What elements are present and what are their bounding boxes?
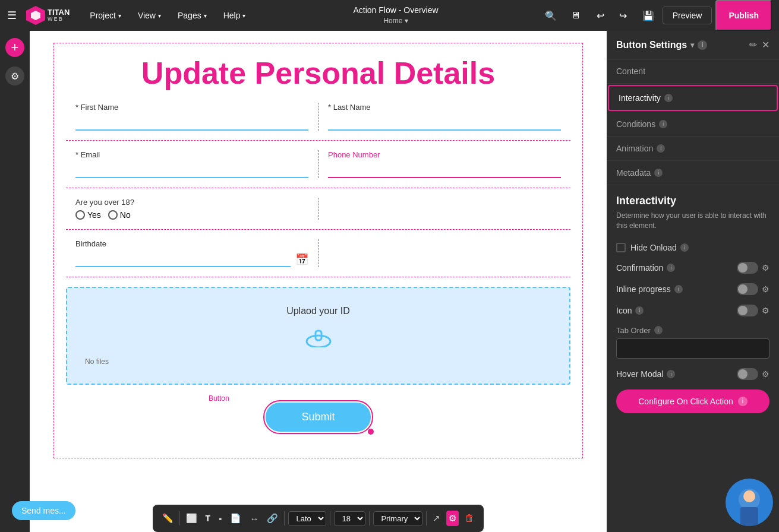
font-family-select[interactable]: Lato — [288, 511, 326, 526]
interactivity-title: Interactivity — [616, 195, 769, 207]
birthdate-input[interactable] — [75, 252, 291, 267]
redo-button[interactable]: ↪ — [613, 5, 634, 26]
link-tool-icon[interactable]: 🔗 — [264, 511, 280, 526]
logo-text: TITAN WEB — [48, 8, 70, 23]
birthdate-field: Birthdate 📅 — [66, 239, 318, 267]
device-preview-icon[interactable]: 🖥 — [565, 5, 586, 26]
delete-icon[interactable]: 🗑 — [462, 511, 477, 526]
container-tool-icon[interactable]: ⬜ — [184, 511, 200, 526]
button-handle — [368, 429, 374, 435]
icon-gear-icon[interactable]: ⚙ — [762, 306, 769, 315]
panel-title-chevron: ▾ — [690, 41, 694, 49]
form-container: Update Personal Details * First Name * L… — [53, 43, 583, 458]
panel-edit-icon[interactable]: ✏ — [749, 39, 757, 50]
age-field: Are you over 18? Yes No — [66, 198, 318, 220]
toolbar-separator-5 — [426, 511, 427, 525]
confirmation-toggle[interactable] — [737, 262, 758, 274]
age-radio-group: Yes No — [75, 210, 308, 220]
hover-modal-toggle[interactable] — [737, 368, 758, 380]
confirmation-row: Confirmation i ⚙ — [616, 262, 769, 274]
email-input[interactable] — [75, 163, 308, 178]
font-size-select[interactable]: 18 — [334, 511, 365, 526]
confirmation-label: Confirmation i — [616, 263, 675, 273]
project-menu[interactable]: Project▾ — [84, 7, 127, 24]
sidebar-settings-button[interactable]: ⚙ — [5, 66, 24, 86]
svg-point-1 — [307, 335, 330, 347]
date-field-wrapper: 📅 — [75, 252, 308, 267]
arrow-tool-icon[interactable]: ↔ — [247, 511, 261, 526]
logo: TITAN WEB — [26, 6, 70, 25]
right-panel: Button Settings ▾ i ✏ ✕ Content Interact… — [607, 31, 779, 532]
tab-order-input[interactable] — [616, 338, 769, 359]
external-link-icon[interactable]: ↗ — [430, 511, 443, 526]
first-name-input[interactable] — [75, 115, 308, 131]
document-tool-icon[interactable]: 📄 — [228, 511, 244, 526]
no-files-label: No files — [85, 357, 551, 366]
panel-title: Button Settings ▾ i — [616, 40, 707, 50]
hover-modal-info: i — [667, 370, 675, 378]
undo-redo-group: ↩ ↪ — [590, 5, 634, 26]
hide-onload-row: Hide Onload i — [616, 243, 769, 252]
tab-metadata[interactable]: Metadata i — [607, 161, 779, 185]
upload-title: Uplaod your ID — [85, 306, 551, 316]
button-label-text: Button — [209, 394, 570, 403]
last-name-input[interactable] — [328, 115, 561, 131]
help-avatar[interactable] — [726, 479, 773, 526]
text-tool-icon[interactable]: T — [203, 511, 213, 525]
first-name-field: * First Name — [66, 103, 318, 131]
view-menu[interactable]: View▾ — [132, 7, 167, 24]
help-menu[interactable]: Help▾ — [217, 7, 252, 24]
toolbar-separator-3 — [330, 511, 330, 525]
inline-progress-label: Inline progress i — [616, 284, 683, 294]
hide-onload-info: i — [680, 243, 689, 252]
inline-progress-toggle[interactable] — [737, 283, 758, 295]
undo-button[interactable]: ↩ — [590, 5, 611, 26]
search-icon[interactable]: 🔍 — [540, 5, 562, 26]
svg-point-6 — [745, 490, 754, 500]
yes-radio-label[interactable]: Yes — [75, 210, 101, 220]
phone-input[interactable] — [328, 163, 561, 178]
preview-button[interactable]: Preview — [663, 7, 712, 24]
tab-interactivity[interactable]: Interactivity i — [608, 85, 778, 111]
icon-toggle[interactable] — [737, 305, 758, 316]
form-title: Update Personal Details — [66, 55, 570, 91]
tab-animation[interactable]: Animation i — [607, 137, 779, 161]
confirmation-gear-icon[interactable]: ⚙ — [762, 263, 769, 273]
calendar-icon[interactable]: 📅 — [295, 253, 308, 266]
configure-onclick-button[interactable]: Configure On Click Action i — [616, 390, 769, 413]
bottom-toolbar: ✏️ ⬜ T ▪ 📄 ↔ 🔗 Lato 18 Primary ↗ ⚙ 🗑 — [153, 505, 484, 532]
tab-conditions[interactable]: Conditions i — [607, 112, 779, 137]
upload-area[interactable]: Uplaod your ID No files — [66, 287, 570, 385]
topnav-actions: 🔍 🖥 ↩ ↪ 💾 Preview Publish — [540, 0, 772, 31]
publish-button[interactable]: Publish — [715, 0, 772, 31]
left-sidebar: + ⚙ — [0, 31, 30, 532]
no-radio-circle — [108, 210, 118, 220]
hover-modal-gear-icon[interactable]: ⚙ — [762, 369, 769, 379]
add-element-button[interactable]: + — [5, 38, 24, 57]
highlight-tool-icon[interactable]: ✏️ — [160, 511, 176, 526]
tab-content[interactable]: Content — [607, 59, 779, 84]
logo-icon — [26, 6, 45, 25]
tab-order-info: i — [654, 326, 663, 334]
confirmation-info: i — [667, 264, 675, 272]
panel-header-actions: ✏ ✕ — [749, 39, 769, 50]
inline-progress-gear-icon[interactable]: ⚙ — [762, 284, 769, 294]
hover-modal-label: Hover Modal i — [616, 369, 675, 379]
hide-onload-checkbox[interactable] — [616, 243, 626, 252]
yes-radio-circle — [75, 210, 85, 220]
tab-animation-info: i — [657, 144, 665, 153]
phone-label: Phone Number — [328, 150, 561, 159]
page-sub[interactable]: Home ▾ — [256, 16, 535, 26]
shape-tool-icon[interactable]: ▪ — [216, 511, 224, 526]
panel-tabs: Content Interactivity i Conditions i Ani… — [607, 59, 779, 185]
color-select[interactable]: Primary — [373, 511, 422, 526]
hamburger-menu[interactable]: ☰ — [7, 9, 17, 22]
save-icon[interactable]: 💾 — [638, 5, 659, 26]
chat-button[interactable]: Send mes... — [12, 501, 75, 520]
submit-button[interactable]: Submit — [266, 403, 370, 432]
no-radio-label[interactable]: No — [108, 210, 131, 220]
email-phone-row: * Email Phone Number — [66, 150, 570, 188]
pages-menu[interactable]: Pages▾ — [172, 7, 213, 24]
settings-active-icon[interactable]: ⚙ — [446, 511, 459, 526]
panel-close-icon[interactable]: ✕ — [762, 39, 769, 50]
